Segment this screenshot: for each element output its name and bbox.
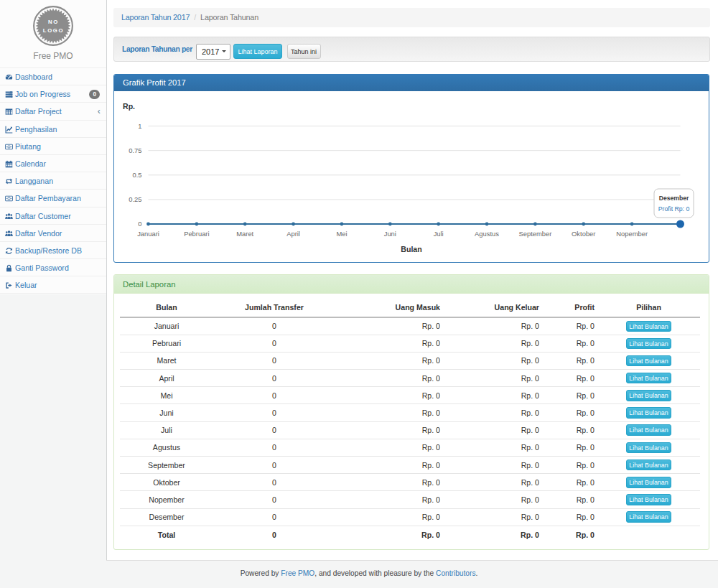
svg-text:Nopember: Nopember [616,230,648,238]
svg-text:LOGO: LOGO [43,27,64,34]
svg-text:Maret: Maret [236,230,253,238]
svg-text:Juli: Juli [434,230,444,238]
svg-text:Pebruari: Pebruari [184,230,209,238]
svg-text:Desember: Desember [659,195,689,202]
svg-text:Bulan: Bulan [401,245,421,253]
svg-text:0.25: 0.25 [129,195,141,203]
svg-text:1: 1 [138,122,141,130]
svg-text:0.75: 0.75 [129,146,141,154]
svg-text:Juni: Juni [384,230,396,238]
svg-text:Januari: Januari [137,230,159,238]
svg-text:Oktober: Oktober [572,230,595,238]
svg-text:Profit Rp: 0: Profit Rp: 0 [658,205,690,213]
svg-text:Agustus: Agustus [475,230,499,238]
svg-text:September: September [518,230,551,238]
svg-text:Mei: Mei [336,230,347,238]
svg-text:0.5: 0.5 [132,171,141,179]
svg-text:NO: NO [48,19,59,25]
svg-text:Rp.: Rp. [123,102,135,111]
svg-text:0: 0 [138,220,141,228]
svg-text:April: April [286,230,300,238]
